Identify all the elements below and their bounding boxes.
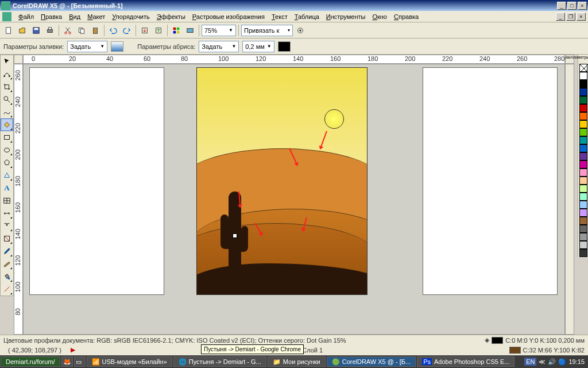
color-swatch[interactable] <box>579 193 587 201</box>
doc-color-icon[interactable]: ◈ <box>485 336 489 344</box>
color-swatch[interactable] <box>579 185 587 193</box>
tray-icon[interactable]: ≪ <box>539 358 546 366</box>
vertical-scrollbar[interactable] <box>565 64 574 335</box>
copy-button[interactable] <box>75 24 88 37</box>
quick-launch-1[interactable]: 🦊 <box>61 356 73 367</box>
cut-button[interactable] <box>61 24 74 37</box>
crop-tool[interactable] <box>1 80 13 93</box>
color-swatch[interactable] <box>579 217 587 225</box>
undo-button[interactable] <box>107 24 119 37</box>
pick-tool[interactable] <box>1 55 13 68</box>
menu-arrange[interactable]: Упорядочить <box>109 12 153 21</box>
zoom-tool[interactable] <box>1 93 13 106</box>
ruler-origin[interactable] <box>14 55 23 64</box>
menu-effects[interactable]: Эффекты <box>153 12 189 21</box>
no-color-swatch[interactable] <box>579 64 587 72</box>
menu-layout[interactable]: Макет <box>84 12 109 21</box>
outline-indicator[interactable] <box>492 337 503 344</box>
smart-fill-tool[interactable] <box>1 118 13 131</box>
maximize-button[interactable]: □ <box>567 2 577 10</box>
tray-icon[interactable]: 🔵 <box>558 358 566 366</box>
menu-window[interactable]: Окно <box>369 12 390 21</box>
welcome-button[interactable] <box>184 24 196 37</box>
open-button[interactable] <box>16 24 29 37</box>
ruler-vertical[interactable]: 26024022020018016014012010080 <box>14 64 23 335</box>
color-swatch[interactable] <box>579 152 587 160</box>
task-chrome[interactable]: 🌐Пустыня -> Demiart - G... <box>173 356 266 367</box>
color-swatch[interactable] <box>579 144 587 152</box>
color-swatch[interactable] <box>579 80 587 88</box>
color-swatch[interactable] <box>579 112 587 120</box>
interactive-tool[interactable] <box>1 232 13 245</box>
fill-indicator[interactable] <box>509 347 521 354</box>
shape-tool[interactable] <box>1 68 13 80</box>
color-swatch[interactable] <box>579 209 587 217</box>
color-swatch[interactable] <box>579 72 587 80</box>
menu-text[interactable]: Текст <box>268 12 291 21</box>
ellipse-tool[interactable] <box>1 144 13 156</box>
save-button[interactable] <box>30 24 42 37</box>
color-swatch[interactable] <box>579 160 587 168</box>
mdi-minimize[interactable]: _ <box>556 13 565 21</box>
freehand-tool[interactable] <box>1 106 13 118</box>
tray-clock[interactable]: 19:15 <box>568 358 585 365</box>
table-tool[interactable] <box>1 194 13 207</box>
new-button[interactable] <box>2 24 15 37</box>
outline-swatch[interactable] <box>278 41 291 52</box>
minimize-button[interactable]: _ <box>557 2 566 10</box>
fill-swatch[interactable] <box>111 41 123 52</box>
color-swatch[interactable] <box>579 168 587 177</box>
color-swatch[interactable] <box>579 96 587 104</box>
task-coreldraw[interactable]: 🟢CorelDRAW X5 @ - [Б... <box>327 356 416 367</box>
task-pictures[interactable]: 📁Мои рисунки <box>268 356 326 367</box>
close-button[interactable]: × <box>578 2 587 10</box>
color-swatch[interactable] <box>579 241 587 249</box>
menu-help[interactable]: Справка <box>390 12 422 21</box>
options-button[interactable] <box>294 24 307 37</box>
color-swatch[interactable] <box>579 177 587 185</box>
fill-combo[interactable]: Задать▼ <box>67 41 107 52</box>
selection-handle[interactable] <box>233 233 237 238</box>
snap-combo[interactable]: Привязать к▾ <box>241 25 293 36</box>
menu-bitmaps[interactable]: Растровые изображения <box>189 12 268 21</box>
menu-view[interactable]: Вид <box>65 12 84 21</box>
quick-launch-2[interactable]: ▭ <box>74 356 86 367</box>
import-button[interactable] <box>138 24 151 37</box>
color-swatch[interactable] <box>579 88 587 96</box>
menu-file[interactable]: Файл <box>15 12 37 21</box>
ruler-horizontal[interactable]: 020406080100120140160180200220240260280 <box>23 55 565 64</box>
rectangle-tool[interactable] <box>1 131 13 144</box>
outline-combo[interactable]: Задать▼ <box>199 41 239 52</box>
fill-tool[interactable] <box>1 270 13 283</box>
color-swatch[interactable] <box>579 104 587 112</box>
outline-tool[interactable] <box>1 258 13 270</box>
paste-button[interactable] <box>89 24 102 37</box>
zoom-combo[interactable]: 75%▼ <box>202 25 236 36</box>
canvas-area[interactable] <box>23 64 565 335</box>
menu-edit[interactable]: Правка <box>37 12 65 21</box>
color-swatch[interactable] <box>579 233 587 241</box>
redo-button[interactable] <box>121 24 133 37</box>
tray-lang[interactable]: EN <box>524 358 536 366</box>
color-swatch[interactable] <box>579 225 587 233</box>
task-photoshop[interactable]: PsAdobe Photoshop CS5 E... <box>417 356 514 367</box>
mdi-restore[interactable]: ❐ <box>566 13 575 21</box>
color-swatch[interactable] <box>579 249 587 257</box>
basic-shapes-tool[interactable] <box>1 169 13 182</box>
color-swatch[interactable] <box>579 136 587 144</box>
tray-icon[interactable]: 🔊 <box>548 358 556 366</box>
connector-tool[interactable] <box>1 220 13 232</box>
eyedropper-tool[interactable] <box>1 245 13 258</box>
menu-table[interactable]: Таблица <box>291 12 323 21</box>
start-button[interactable]: Demiart.ru/forum/ <box>1 356 60 367</box>
dimension-tool[interactable] <box>1 207 13 220</box>
app-launcher[interactable] <box>170 24 183 37</box>
export-button[interactable] <box>152 24 165 37</box>
outline-width-combo[interactable]: 0,2 мм▼ <box>242 41 274 52</box>
menu-tools[interactable]: Инструменты <box>323 12 369 21</box>
color-swatch[interactable] <box>579 128 587 136</box>
text-tool[interactable]: A <box>1 182 13 194</box>
color-swatch[interactable] <box>579 201 587 209</box>
print-button[interactable] <box>44 24 56 37</box>
mdi-close[interactable]: × <box>577 13 586 21</box>
